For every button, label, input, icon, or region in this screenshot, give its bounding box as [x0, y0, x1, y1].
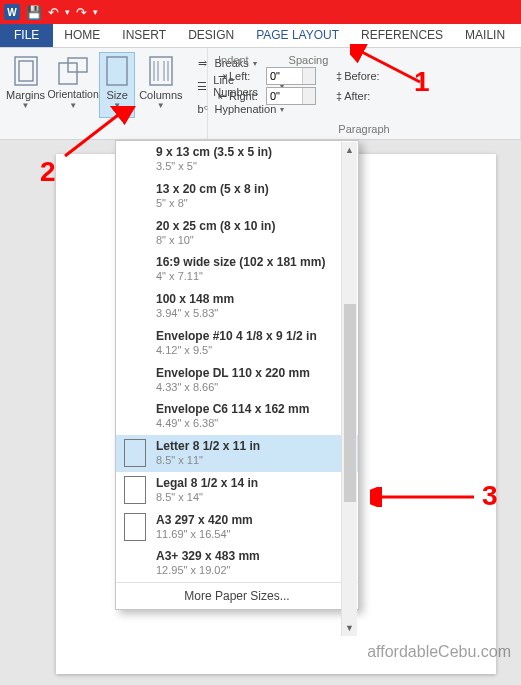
spacing-header: Spacing [289, 54, 329, 66]
tab-home[interactable]: HOME [53, 24, 111, 47]
more-paper-sizes[interactable]: More Paper Sizes... [116, 582, 358, 609]
size-option[interactable]: Envelope #10 4 1/8 x 9 1/2 in4.12" x 9.5… [116, 325, 358, 362]
page-size-icon [124, 439, 146, 467]
size-option-name: 16:9 wide size (102 x 181 mm) [156, 255, 325, 270]
size-dropdown-menu: 9 x 13 cm (3.5 x 5 in)3.5" x 5"13 x 20 c… [115, 140, 359, 610]
size-option[interactable]: Letter 8 1/2 x 11 in8.5" x 11" [116, 435, 358, 472]
chevron-down-icon: ▼ [22, 101, 30, 110]
annotation-1: 1 [414, 66, 430, 98]
size-option-dimensions: 11.69" x 16.54" [156, 528, 253, 542]
size-option-name: Envelope DL 110 x 220 mm [156, 366, 310, 381]
size-option[interactable]: 16:9 wide size (102 x 181 mm)4" x 7.11" [116, 251, 358, 288]
spacing-before-icon: ‡ [336, 70, 342, 82]
annotation-3: 3 [482, 480, 498, 512]
size-option-dimensions: 4" x 7.11" [156, 270, 325, 284]
margins-button[interactable]: Margins ▼ [4, 52, 47, 118]
size-option-dimensions: 5" x 8" [156, 197, 269, 211]
size-label: Size [106, 89, 127, 101]
spacing-before-label: ‡Before: [336, 70, 380, 82]
size-option-dimensions: 8" x 10" [156, 234, 275, 248]
qat-customize-icon[interactable]: ▾ [93, 7, 98, 17]
svg-rect-1 [19, 61, 33, 81]
scrollbar[interactable]: ▲ ▼ [341, 142, 357, 636]
orientation-label: Orientation [47, 89, 98, 101]
indent-left-icon: ⇥ [218, 70, 227, 83]
size-option-name: Envelope #10 4 1/8 x 9 1/2 in [156, 329, 317, 344]
spacing-after-icon: ‡ [336, 90, 342, 102]
size-option-name: A3 297 x 420 mm [156, 513, 253, 528]
indent-right-input[interactable] [266, 87, 316, 105]
scroll-thumb[interactable] [344, 304, 356, 502]
scroll-down-arrow[interactable]: ▼ [342, 620, 357, 636]
tab-design[interactable]: DESIGN [177, 24, 245, 47]
tab-references[interactable]: REFERENCES [350, 24, 454, 47]
tab-insert[interactable]: INSERT [111, 24, 177, 47]
chevron-down-icon: ▼ [113, 101, 121, 110]
ribbon-tabstrip: FILE HOME INSERT DESIGN PAGE LAYOUT REFE… [0, 24, 521, 48]
tab-mailings[interactable]: MAILIN [454, 24, 516, 47]
size-option[interactable]: Envelope C6 114 x 162 mm4.49" x 6.38" [116, 398, 358, 435]
svg-rect-4 [107, 57, 127, 85]
page-size-icon [124, 476, 146, 504]
page-size-icon [124, 513, 146, 541]
size-option-name: 100 x 148 mm [156, 292, 234, 307]
tab-file[interactable]: FILE [0, 24, 53, 47]
undo-icon[interactable]: ↶ [48, 5, 59, 20]
size-option-name: 9 x 13 cm (3.5 x 5 in) [156, 145, 272, 160]
size-option-dimensions: 12.95" x 19.02" [156, 564, 260, 578]
size-option-name: 20 x 25 cm (8 x 10 in) [156, 219, 275, 234]
size-option-dimensions: 3.94" x 5.83" [156, 307, 234, 321]
margins-label: Margins [6, 89, 45, 101]
group-page-setup: Margins ▼ Orientation ▼ Size ▼ Columns ▼… [0, 48, 208, 139]
size-option-name: 13 x 20 cm (5 x 8 in) [156, 182, 269, 197]
size-option[interactable]: 20 x 25 cm (8 x 10 in)8" x 10" [116, 215, 358, 252]
size-option-dimensions: 4.12" x 9.5" [156, 344, 317, 358]
spacing-after-label: ‡After: [336, 90, 380, 102]
size-option-name: Letter 8 1/2 x 11 in [156, 439, 260, 454]
size-option-dimensions: 3.5" x 5" [156, 160, 272, 174]
size-option-dimensions: 8.5" x 14" [156, 491, 258, 505]
size-option-name: Envelope C6 114 x 162 mm [156, 402, 309, 417]
annotation-2: 2 [40, 156, 56, 188]
indent-right-label: ⇤Right: [218, 90, 262, 103]
undo-dropdown-icon[interactable]: ▾ [65, 7, 70, 17]
size-button[interactable]: Size ▼ [99, 52, 135, 118]
chevron-down-icon: ▼ [69, 101, 77, 110]
redo-icon[interactable]: ↷ [76, 5, 87, 20]
size-option[interactable]: A3 297 x 420 mm11.69" x 16.54" [116, 509, 358, 546]
size-option-name: A3+ 329 x 483 mm [156, 549, 260, 564]
size-option[interactable]: A3+ 329 x 483 mm12.95" x 19.02" [116, 545, 358, 582]
indent-right-icon: ⇤ [218, 90, 227, 103]
tab-page-layout[interactable]: PAGE LAYOUT [245, 24, 350, 47]
columns-label: Columns [139, 89, 182, 101]
svg-rect-5 [150, 57, 172, 85]
size-option-dimensions: 4.49" x 6.38" [156, 417, 309, 431]
size-option[interactable]: Legal 8 1/2 x 14 in8.5" x 14" [116, 472, 358, 509]
indent-header: Indent [218, 54, 249, 66]
size-option[interactable]: 100 x 148 mm3.94" x 5.83" [116, 288, 358, 325]
ribbon: Margins ▼ Orientation ▼ Size ▼ Columns ▼… [0, 48, 521, 140]
word-app-icon: W [4, 4, 20, 20]
group-paragraph: Indent Spacing ⇥Left: ‡Before: ⇤Right: ‡… [208, 48, 521, 139]
size-option-dimensions: 4.33" x 8.66" [156, 381, 310, 395]
orientation-button[interactable]: Orientation ▼ [49, 52, 97, 118]
paragraph-group-label: Paragraph [212, 123, 516, 137]
save-icon[interactable]: 💾 [26, 5, 42, 20]
columns-button[interactable]: Columns ▼ [137, 52, 184, 118]
size-option[interactable]: 9 x 13 cm (3.5 x 5 in)3.5" x 5" [116, 141, 358, 178]
scroll-up-arrow[interactable]: ▲ [342, 142, 357, 158]
title-bar: W 💾 ↶ ▾ ↷ ▾ [0, 0, 521, 24]
indent-left-input[interactable] [266, 67, 316, 85]
size-option[interactable]: Envelope DL 110 x 220 mm4.33" x 8.66" [116, 362, 358, 399]
indent-left-label: ⇥Left: [218, 70, 262, 83]
size-option[interactable]: 13 x 20 cm (5 x 8 in)5" x 8" [116, 178, 358, 215]
size-option-dimensions: 8.5" x 11" [156, 454, 260, 468]
chevron-down-icon: ▼ [157, 101, 165, 110]
size-option-name: Legal 8 1/2 x 14 in [156, 476, 258, 491]
watermark: affordableCebu.com [367, 643, 511, 661]
